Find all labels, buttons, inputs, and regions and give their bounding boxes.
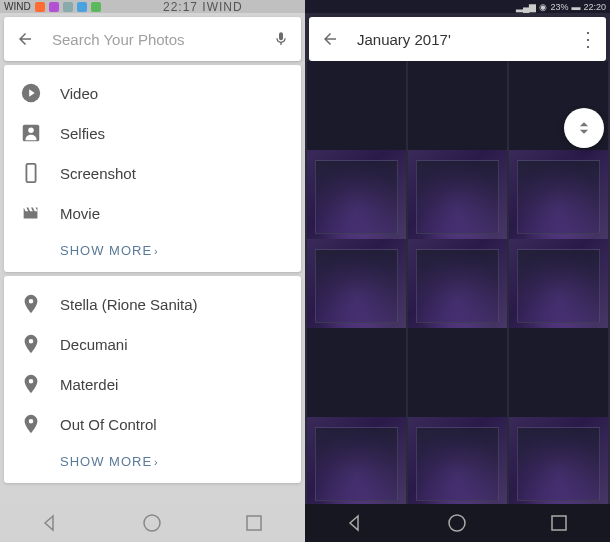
status-icon bbox=[49, 2, 59, 12]
photo-thumb[interactable] bbox=[509, 239, 608, 338]
search-bar-right: ⋮ bbox=[309, 17, 606, 61]
pin-icon bbox=[20, 413, 42, 435]
svg-rect-5 bbox=[247, 516, 261, 530]
mic-icon[interactable] bbox=[273, 29, 289, 49]
photo-thumb[interactable] bbox=[408, 328, 507, 427]
battery-icon: ▬ bbox=[571, 2, 580, 12]
category-movie[interactable]: Movie bbox=[4, 193, 301, 233]
nav-home-icon[interactable] bbox=[445, 511, 469, 535]
status-icon bbox=[63, 2, 73, 12]
nav-back-icon[interactable] bbox=[344, 511, 368, 535]
svg-point-2 bbox=[28, 128, 34, 134]
photo-thumb[interactable] bbox=[509, 150, 608, 249]
places-card: Stella (Rione Sanita) Decumani Materdei … bbox=[4, 276, 301, 483]
place-label: Stella (Rione Sanita) bbox=[60, 296, 198, 313]
person-icon bbox=[20, 122, 42, 144]
chevron-right-icon: › bbox=[154, 245, 159, 257]
search-input-right[interactable] bbox=[357, 31, 578, 48]
chevron-right-icon: › bbox=[154, 456, 159, 468]
back-icon[interactable] bbox=[16, 30, 34, 48]
status-icon bbox=[35, 2, 45, 12]
photo-thumb[interactable] bbox=[509, 417, 608, 504]
status-time: 22:20 bbox=[583, 2, 606, 12]
place-item[interactable]: Stella (Rione Sanita) bbox=[4, 284, 301, 324]
movie-icon bbox=[20, 202, 42, 224]
svg-point-6 bbox=[449, 515, 465, 531]
place-item[interactable]: Decumani bbox=[4, 324, 301, 364]
phone-icon bbox=[20, 162, 42, 184]
photo-thumb[interactable] bbox=[307, 239, 406, 338]
place-item[interactable]: Out Of Control bbox=[4, 404, 301, 444]
status-icon bbox=[91, 2, 101, 12]
carrier-label: WIND bbox=[4, 1, 31, 12]
signal-icon: ▂▄▆ bbox=[516, 2, 536, 12]
category-screenshot[interactable]: Screenshot bbox=[4, 153, 301, 193]
svg-point-4 bbox=[144, 515, 160, 531]
photo-thumb[interactable] bbox=[408, 239, 507, 338]
photo-thumb[interactable] bbox=[408, 417, 507, 504]
category-label: Video bbox=[60, 85, 98, 102]
show-more-button[interactable]: SHOW MORE› bbox=[4, 233, 301, 264]
scroll-fab[interactable] bbox=[564, 108, 604, 148]
photo-thumb[interactable] bbox=[307, 417, 406, 504]
status-bar-left: WIND 22:17 IWIND bbox=[0, 0, 305, 13]
show-more-button[interactable]: SHOW MORE› bbox=[4, 444, 301, 475]
category-video[interactable]: Video bbox=[4, 73, 301, 113]
nav-home-icon[interactable] bbox=[140, 511, 164, 535]
photo-thumb[interactable] bbox=[307, 61, 406, 160]
photo-thumb[interactable] bbox=[509, 328, 608, 427]
place-item[interactable]: Materdei bbox=[4, 364, 301, 404]
svg-rect-3 bbox=[26, 164, 35, 182]
photo-thumb[interactable] bbox=[408, 150, 507, 249]
search-input[interactable] bbox=[52, 31, 273, 48]
photo-thumb[interactable] bbox=[307, 150, 406, 249]
category-label: Movie bbox=[60, 205, 100, 222]
place-label: Materdei bbox=[60, 376, 118, 393]
svg-rect-7 bbox=[552, 516, 566, 530]
play-icon bbox=[20, 82, 42, 104]
category-label: Screenshot bbox=[60, 165, 136, 182]
search-bar bbox=[4, 17, 301, 61]
place-label: Out Of Control bbox=[60, 416, 157, 433]
status-bar-right: ▂▄▆ ◉ 23% ▬ 22:20 bbox=[305, 0, 610, 13]
battery-label: 23% bbox=[550, 2, 568, 12]
pin-icon bbox=[20, 293, 42, 315]
categories-card: Video Selfies Screenshot Movie bbox=[4, 65, 301, 272]
category-selfies[interactable]: Selfies bbox=[4, 113, 301, 153]
back-icon[interactable] bbox=[321, 30, 339, 48]
wifi-icon: ◉ bbox=[539, 2, 547, 12]
place-label: Decumani bbox=[60, 336, 128, 353]
more-icon[interactable]: ⋮ bbox=[578, 27, 594, 51]
nav-bar-left bbox=[0, 504, 305, 542]
nav-bar-right bbox=[305, 504, 610, 542]
photo-thumb[interactable] bbox=[408, 61, 507, 160]
status-icon bbox=[77, 2, 87, 12]
category-label: Selfies bbox=[60, 125, 105, 142]
nav-back-icon[interactable] bbox=[39, 511, 63, 535]
nav-recent-icon[interactable] bbox=[242, 511, 266, 535]
nav-recent-icon[interactable] bbox=[547, 511, 571, 535]
photo-thumb[interactable] bbox=[307, 328, 406, 427]
pin-icon bbox=[20, 373, 42, 395]
pin-icon bbox=[20, 333, 42, 355]
